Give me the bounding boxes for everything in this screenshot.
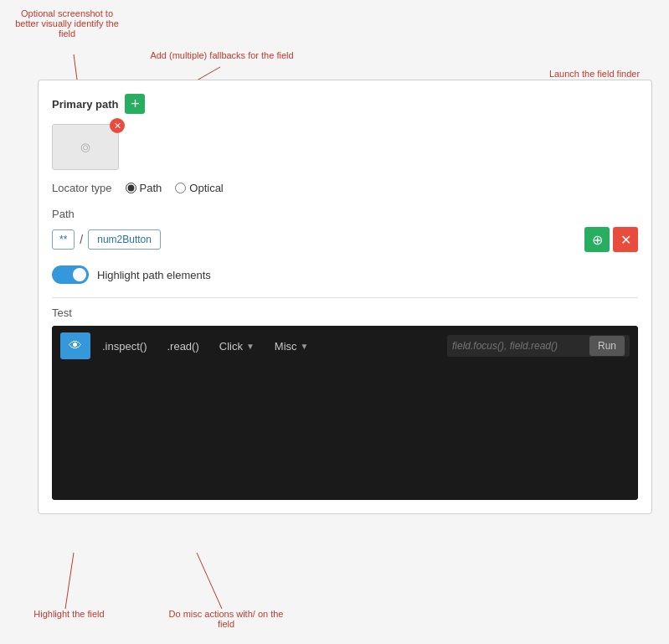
primary-path-row: Primary path + [52, 94, 638, 114]
toggle-row: Highlight path elements [52, 265, 638, 284]
annotation-highlight-field: Highlight the field [8, 609, 130, 619]
locator-path-option[interactable]: Path [126, 182, 162, 194]
misc-dropdown[interactable]: Misc ▼ [266, 337, 317, 356]
run-button[interactable]: Run [589, 336, 625, 356]
test-toolbar: 👁 .inspect() .read() Click ▼ Misc ▼ Run [52, 326, 638, 366]
misc-chevron-icon: ▼ [301, 342, 309, 351]
annotation-launch-finder: Launch the field finder [527, 69, 661, 79]
locator-optical-radio[interactable] [175, 183, 186, 193]
annotation-screenshot: Optional screenshot to better visually i… [8, 8, 126, 39]
path-action-buttons: ⊕ ✕ [584, 227, 638, 252]
svg-line-5 [197, 553, 222, 609]
svg-line-4 [65, 553, 74, 609]
locator-type-row: Locator type Path Optical [52, 182, 638, 194]
primary-path-label: Primary path [52, 98, 118, 111]
annotation-misc-actions: Do misc actions with/ on the field [163, 609, 289, 629]
inspect-eye-button[interactable]: 👁 [60, 332, 90, 359]
test-section-label: Test [52, 307, 638, 319]
add-fallback-button[interactable]: + [125, 94, 145, 114]
remove-path-button[interactable]: ✕ [613, 227, 638, 252]
click-dropdown[interactable]: Click ▼ [211, 337, 263, 356]
main-card: Primary path + ✕ ⌾ Locator type Path Opt… [38, 80, 652, 514]
test-expression-input[interactable] [452, 335, 586, 357]
locator-optical-label: Optical [189, 182, 223, 194]
screenshot-thumbnail: ✕ ⌾ [52, 124, 119, 170]
click-dropdown-label: Click [219, 340, 243, 353]
test-section: Test 👁 .inspect() .read() Click ▼ Misc ▼ [52, 297, 638, 500]
test-panel: 👁 .inspect() .read() Click ▼ Misc ▼ Run [52, 326, 638, 500]
toggle-label: Highlight path elements [97, 269, 211, 281]
test-input-area: Run [447, 335, 630, 357]
read-button[interactable]: .read() [158, 337, 207, 356]
locator-path-label: Path [140, 182, 162, 194]
path-tag-wildcard[interactable]: ** [52, 229, 75, 250]
path-value-tag[interactable]: num2Button [88, 229, 161, 250]
field-finder-button[interactable]: ⊕ [584, 227, 610, 252]
test-output [52, 366, 638, 500]
thumbnail-icon: ⌾ [80, 137, 90, 157]
inspect-button[interactable]: .inspect() [94, 337, 155, 356]
path-row: ** / num2Button ⊕ ✕ [52, 227, 638, 252]
highlight-toggle[interactable] [52, 265, 89, 284]
annotation-add-fallback: Add (multiple) fallbacks for the field [147, 50, 297, 60]
locator-type-label: Locator type [52, 182, 112, 194]
misc-dropdown-label: Misc [275, 340, 297, 353]
locator-optical-option[interactable]: Optical [175, 182, 223, 194]
path-section-label: Path [52, 208, 638, 220]
locator-path-radio[interactable] [126, 183, 136, 193]
click-chevron-icon: ▼ [246, 342, 255, 351]
eye-icon: 👁 [69, 338, 82, 353]
remove-screenshot-button[interactable]: ✕ [110, 118, 125, 133]
path-slash: / [80, 233, 83, 246]
